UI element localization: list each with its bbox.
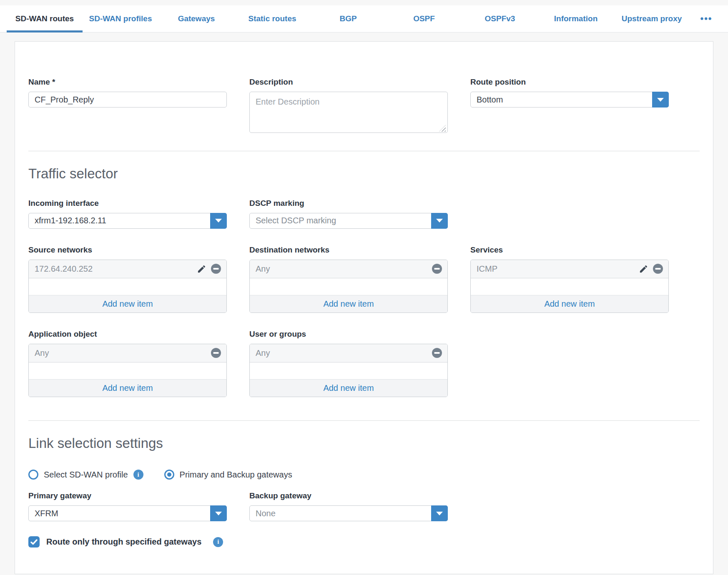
description-label: Description	[249, 78, 448, 87]
remove-icon[interactable]	[432, 348, 442, 358]
list-empty-area	[250, 362, 447, 379]
remove-icon[interactable]	[211, 263, 221, 274]
primary-gateway-field-group: Primary gateway XFRM	[28, 491, 227, 521]
more-tabs-button[interactable]: •••	[690, 5, 723, 32]
tab-label: SD-WAN routes	[15, 14, 74, 23]
tab-label: Static routes	[248, 14, 296, 23]
radio-label: Primary and Backup gateways	[180, 470, 292, 480]
radio-option-sdwan-profile: Select SD-WAN profile i	[28, 470, 143, 480]
incoming-interface-label: Incoming interface	[28, 199, 227, 208]
route-position-select[interactable]: Bottom	[470, 92, 669, 108]
destination-networks-label: Destination networks	[249, 245, 448, 255]
dscp-marking-label: DSCP marking	[249, 199, 448, 208]
radio-button[interactable]	[164, 470, 174, 480]
name-label: Name *	[28, 78, 227, 87]
add-new-item-button[interactable]: Add new item	[250, 379, 447, 397]
incoming-interface-select[interactable]: xfrm1-192.168.2.11	[28, 213, 227, 229]
tab-information[interactable]: Information	[538, 5, 614, 32]
backup-gateway-select[interactable]: None	[249, 505, 448, 521]
primary-gateway-value: XFRM	[35, 509, 58, 518]
route-only-label: Route only through specified gateways	[46, 537, 201, 547]
backup-gateway-value: None	[256, 509, 276, 518]
dscp-marking-select[interactable]: Select DSCP marking	[249, 213, 448, 229]
destination-networks-listbox: Any Add new item	[249, 260, 448, 313]
backup-gateway-label: Backup gateway	[249, 491, 448, 500]
primary-gateway-select[interactable]: XFRM	[28, 505, 227, 521]
chevron-down-icon[interactable]	[431, 505, 448, 521]
route-only-checkbox[interactable]	[28, 536, 40, 548]
source-networks-label: Source networks	[28, 245, 227, 255]
primary-gateway-label: Primary gateway	[28, 491, 227, 500]
radio-button[interactable]	[28, 470, 38, 480]
route-position-label: Route position	[470, 78, 669, 87]
chevron-down-icon[interactable]	[210, 505, 227, 521]
application-object-field-group: Application object Any Add new item	[28, 330, 227, 397]
tab-bgp[interactable]: BGP	[310, 5, 386, 32]
name-field-group: Name *	[28, 78, 227, 135]
chevron-down-icon[interactable]	[210, 213, 227, 229]
user-or-groups-field-group: User or groups Any Add new item	[249, 330, 448, 397]
add-new-item-button[interactable]: Add new item	[250, 295, 447, 312]
tab-gateways[interactable]: Gateways	[158, 5, 234, 32]
services-label: Services	[470, 245, 669, 255]
tab-label: OSPF	[413, 14, 435, 23]
link-selection-title: Link selection settings	[28, 435, 700, 452]
radio-label: Select SD-WAN profile	[44, 470, 128, 480]
name-input[interactable]	[28, 92, 227, 108]
application-users-row: Application object Any Add new item User…	[28, 330, 700, 397]
chevron-down-icon[interactable]	[652, 92, 669, 108]
description-field-group: Description	[249, 78, 448, 135]
remove-icon[interactable]	[653, 263, 663, 274]
services-field-group: Services ICMP Add new item	[470, 245, 669, 313]
list-item-value: Any	[256, 264, 432, 274]
tab-bar: SD-WAN routes SD-WAN profiles Gateways S…	[0, 5, 728, 32]
tab-ospf[interactable]: OSPF	[386, 5, 462, 32]
description-textarea[interactable]	[249, 92, 448, 133]
list-item: 172.64.240.252	[29, 260, 226, 278]
list-item-value: 172.64.240.252	[35, 264, 197, 274]
backup-gateway-field-group: Backup gateway None	[249, 491, 448, 521]
source-networks-listbox: 172.64.240.252 Add new item	[28, 260, 227, 313]
info-icon[interactable]: i	[133, 470, 143, 480]
list-item-value: ICMP	[477, 264, 639, 274]
add-new-item-button[interactable]: Add new item	[29, 379, 226, 397]
tab-label: BGP	[339, 14, 356, 23]
incoming-interface-value: xfrm1-192.168.2.11	[35, 216, 106, 225]
list-item: Any	[250, 344, 447, 362]
add-new-item-button[interactable]: Add new item	[29, 295, 226, 312]
tab-label: Upstream proxy	[622, 14, 682, 23]
tab-upstream-proxy[interactable]: Upstream proxy	[614, 5, 690, 32]
networks-services-row: Source networks 172.64.240.252 Add new i…	[28, 245, 700, 313]
list-item: Any	[29, 344, 226, 362]
incoming-interface-field-group: Incoming interface xfrm1-192.168.2.11	[28, 199, 227, 229]
info-icon[interactable]: i	[213, 537, 223, 547]
list-empty-area	[250, 278, 447, 295]
tab-ospfv3[interactable]: OSPFv3	[462, 5, 538, 32]
list-empty-area	[471, 278, 668, 295]
remove-icon[interactable]	[432, 263, 442, 274]
remove-icon[interactable]	[211, 348, 221, 358]
services-listbox: ICMP Add new item	[470, 260, 669, 313]
chevron-down-icon[interactable]	[431, 213, 448, 229]
tab-label: Gateways	[178, 14, 215, 23]
list-empty-area	[29, 278, 226, 295]
application-object-label: Application object	[28, 330, 227, 339]
list-empty-area	[29, 362, 226, 379]
source-networks-field-group: Source networks 172.64.240.252 Add new i…	[28, 245, 227, 313]
sdwan-route-form-panel: Name * Description Route position Bottom…	[15, 41, 713, 574]
tab-sdwan-profiles[interactable]: SD-WAN profiles	[83, 5, 158, 32]
tab-static-routes[interactable]: Static routes	[234, 5, 310, 32]
route-only-row: Route only through specified gateways i	[28, 536, 700, 548]
tab-sdwan-routes[interactable]: SD-WAN routes	[7, 5, 83, 32]
tab-label: Information	[554, 14, 598, 23]
list-item: Any	[250, 260, 447, 278]
tab-label: SD-WAN profiles	[89, 14, 152, 23]
dscp-marking-placeholder: Select DSCP marking	[256, 216, 336, 225]
add-new-item-button[interactable]: Add new item	[471, 295, 668, 312]
route-position-field-group: Route position Bottom	[470, 78, 669, 135]
edit-icon[interactable]	[197, 264, 206, 274]
radio-option-primary-backup: Primary and Backup gateways	[164, 470, 292, 480]
destination-networks-field-group: Destination networks Any Add new item	[249, 245, 448, 313]
edit-icon[interactable]	[639, 264, 648, 274]
tab-label: OSPFv3	[485, 14, 515, 23]
